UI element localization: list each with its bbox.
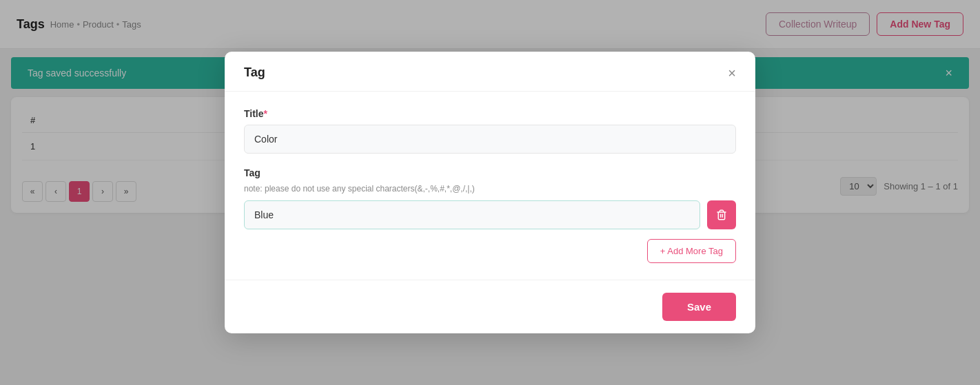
title-label: Title* bbox=[244, 108, 736, 119]
tag-section: Tag note: please do not use any special … bbox=[244, 167, 736, 263]
modal-close-button[interactable]: × bbox=[728, 66, 736, 80]
delete-tag-button[interactable] bbox=[707, 200, 736, 229]
modal-footer: Save bbox=[225, 280, 755, 333]
modal-overlay: Tag × Title* Tag note: please do not use… bbox=[0, 0, 980, 385]
title-field-group: Title* bbox=[244, 108, 736, 154]
tag-label: Tag bbox=[244, 167, 736, 178]
tag-row bbox=[244, 200, 736, 229]
trash-icon bbox=[716, 209, 727, 220]
tag-note: note: please do not use any special char… bbox=[244, 184, 736, 194]
tag-input[interactable] bbox=[244, 200, 700, 229]
tag-modal: Tag × Title* Tag note: please do not use… bbox=[225, 52, 755, 333]
modal-header: Tag × bbox=[225, 52, 755, 92]
modal-body: Title* Tag note: please do not use any s… bbox=[225, 92, 755, 280]
add-more-tag-button[interactable]: + Add More Tag bbox=[647, 239, 736, 263]
title-input[interactable] bbox=[244, 125, 736, 154]
title-required: * bbox=[264, 108, 267, 119]
page-background: Tags Home • Product • Tags Collection Wr… bbox=[0, 0, 980, 385]
save-button[interactable]: Save bbox=[662, 293, 736, 321]
modal-title: Tag bbox=[244, 65, 265, 80]
